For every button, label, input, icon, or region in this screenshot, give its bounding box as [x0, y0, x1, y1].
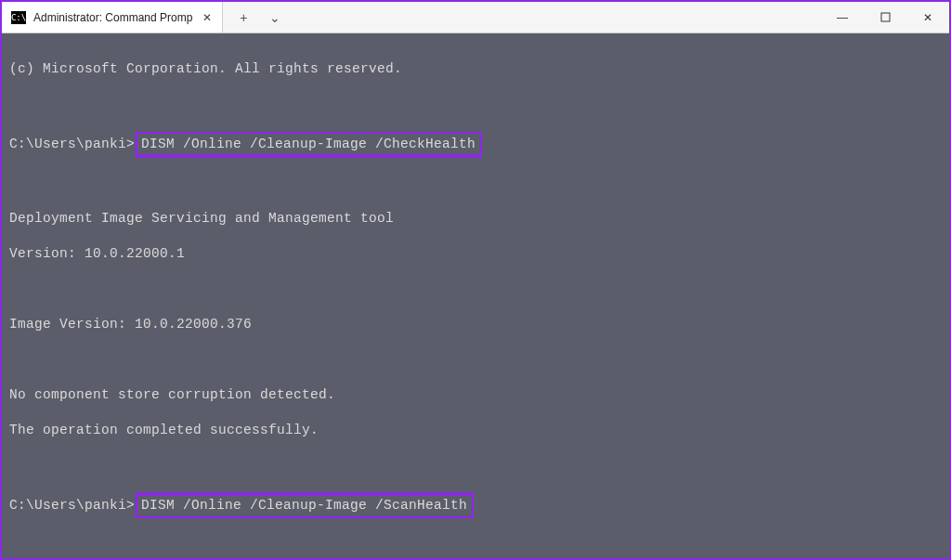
maximize-icon	[880, 12, 891, 22]
prompt-path: C:\Users\panki>	[9, 136, 135, 153]
tab-dropdown-button[interactable]: ⌄	[260, 2, 290, 33]
prompt-path: C:\Users\panki>	[9, 497, 135, 514]
output-line: Image Version: 10.0.22000.376	[9, 316, 942, 333]
svg-rect-0	[881, 13, 890, 21]
terminal-tab[interactable]: C:\ Administrator: Command Promp ✕	[2, 2, 223, 33]
blank-line	[9, 351, 942, 369]
cmd-icon: C:\	[11, 11, 26, 24]
window-controls: — ✕	[821, 2, 949, 33]
output-line: Deployment Image Servicing and Managemen…	[9, 210, 942, 228]
highlighted-command-1: DISM /Online /Cleanup-Image /CheckHealth	[135, 131, 482, 157]
titlebar-drag-area[interactable]	[295, 2, 821, 33]
terminal-output[interactable]: (c) Microsoft Corporation. All rights re…	[2, 33, 949, 560]
minimize-button[interactable]: —	[821, 2, 864, 33]
blank-line	[9, 457, 942, 475]
tab-title: Administrator: Command Promp	[33, 11, 192, 24]
blank-line	[9, 175, 942, 192]
tab-close-button[interactable]: ✕	[200, 10, 215, 25]
output-line: Version: 10.0.22000.1	[9, 245, 942, 263]
tab-actions: + ⌄	[223, 2, 295, 33]
new-tab-button[interactable]: +	[228, 2, 258, 33]
close-button[interactable]: ✕	[906, 2, 949, 33]
prompt-line-1: C:\Users\panki>DISM /Online /Cleanup-Ima…	[9, 131, 942, 157]
maximize-button[interactable]	[864, 2, 906, 33]
output-line: (c) Microsoft Corporation. All rights re…	[9, 60, 942, 78]
blank-line	[9, 536, 942, 553]
blank-line	[9, 280, 942, 298]
highlighted-command-2: DISM /Online /Cleanup-Image /ScanHealth	[135, 492, 474, 518]
prompt-line-2: C:\Users\panki>DISM /Online /Cleanup-Ima…	[9, 492, 942, 518]
output-line: The operation completed successfully.	[9, 422, 942, 439]
output-line: No component store corruption detected.	[9, 386, 942, 404]
titlebar: C:\ Administrator: Command Promp ✕ + ⌄ —…	[2, 2, 949, 33]
blank-line	[9, 96, 942, 113]
